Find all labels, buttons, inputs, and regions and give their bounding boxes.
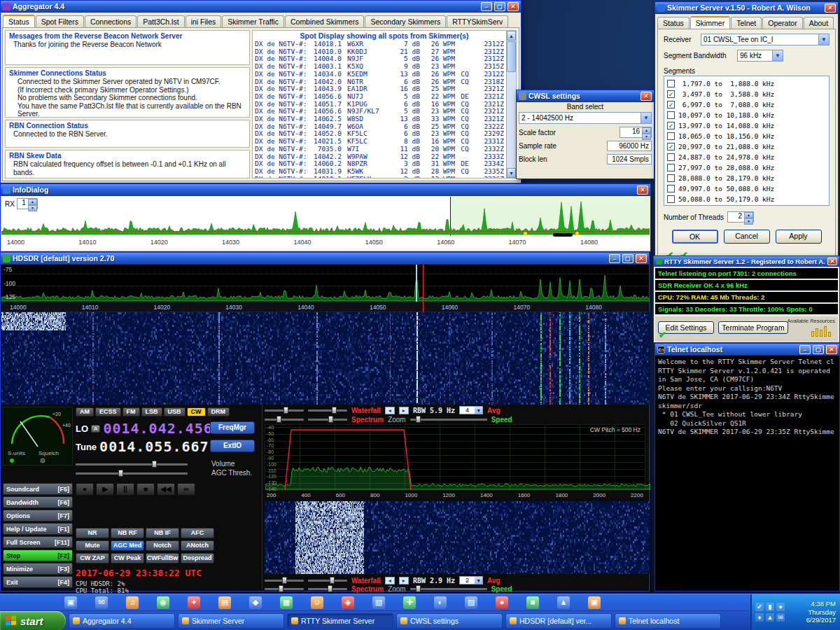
start-button[interactable]: start [0, 611, 66, 630]
audio-waterfall[interactable] [265, 501, 650, 574]
close-button[interactable]: ✕ [507, 2, 519, 11]
close-button[interactable]: ✕ [827, 258, 837, 265]
aggregator-tab[interactable]: RTTYSkimServ [447, 15, 508, 27]
dsp-button[interactable]: NR [76, 528, 109, 538]
zoom-slider[interactable] [410, 416, 487, 423]
avg-select[interactable]: 2▼ [459, 576, 483, 584]
avg-label[interactable]: Avg [487, 577, 500, 584]
aggregator-tab[interactable]: Connections [85, 15, 136, 27]
spinner-arrows-icon[interactable]: ▲▼ [28, 199, 37, 209]
tray-icon[interactable]: ♦ [755, 613, 764, 622]
mode-button[interactable]: LSB [141, 407, 162, 416]
dsp-button[interactable]: ANotch [181, 540, 214, 551]
aggregator-tab[interactable]: Combined Skimmers [285, 15, 364, 27]
dsp-button[interactable]: CW Peak [111, 553, 144, 564]
chevron-down-icon[interactable]: ▼ [772, 50, 783, 61]
segment-checkbox[interactable] [667, 80, 675, 88]
spectrum-label[interactable]: Spectrum [351, 416, 384, 424]
dsp-button[interactable]: Notch [146, 540, 179, 551]
skimmer-tab[interactable]: Skimmer [690, 16, 730, 29]
function-button[interactable]: Stop [F2] [3, 550, 73, 561]
segment-row[interactable]: 50,088.0 to 50,179.0 kHz [667, 194, 826, 204]
quicklaunch-icon[interactable]: ▧ [372, 596, 385, 609]
segment-checkbox[interactable] [667, 132, 675, 140]
edit-settings-button[interactable]: Edit Settings [658, 321, 714, 334]
scroll-down-icon[interactable]: ▼ [507, 168, 516, 178]
segment-row[interactable]: ✓ 20,997.0 to 21,088.0 kHz [667, 141, 826, 152]
segment-checkbox[interactable] [667, 111, 675, 119]
segment-row[interactable]: 49,997.0 to 50,088.0 kHz [667, 183, 826, 194]
minimize-button[interactable]: – [799, 345, 811, 354]
waterfall-label[interactable]: Waterfall [351, 407, 381, 414]
tray-icon[interactable]: ▲ [766, 613, 774, 622]
aggregator-tab[interactable]: ini Files [186, 15, 222, 27]
transport-button[interactable]: ◀◀ [157, 483, 175, 496]
quicklaunch-icon[interactable]: ▨ [465, 596, 477, 609]
transport-button[interactable]: ▶ [96, 483, 114, 496]
quicklaunch-icon[interactable]: ◈ [342, 596, 354, 609]
volume-slider[interactable] [76, 461, 188, 468]
mode-button[interactable]: FM [122, 407, 140, 416]
tray-icon[interactable]: ✉ [776, 613, 785, 622]
quicklaunch-icon[interactable]: ☺ [311, 596, 323, 609]
skimmer-tab[interactable]: Status [657, 17, 690, 29]
function-button[interactable]: Exit [F4] [3, 576, 73, 588]
segment-checkbox[interactable] [667, 174, 675, 182]
dsp-button[interactable]: AFC [181, 528, 214, 538]
quicklaunch-icon[interactable]: ■ [526, 596, 539, 609]
telnet-console[interactable]: Welcome to the RTTY Skimmer Server Telne… [656, 356, 839, 590]
aggregator-tab[interactable]: Patt3Ch.lst [137, 15, 184, 27]
lo-frequency[interactable]: 0014.042.456 [103, 420, 213, 437]
task-button[interactable]: HDSDR [default] ver... [505, 613, 612, 629]
function-button[interactable]: Help / Update [F1] [3, 523, 73, 535]
telnet-titlebar[interactable]: C:\ Telnet localhost – ▢ ✕ [655, 344, 839, 356]
transport-button[interactable]: || [116, 483, 134, 496]
mode-button[interactable]: DRM [207, 407, 230, 416]
mode-button[interactable]: ECSS [95, 407, 121, 416]
rbw-down-icon[interactable]: ◂ [385, 407, 395, 414]
skimmer-tab[interactable]: About [804, 17, 834, 29]
rbw-down-icon[interactable]: ◂ [385, 577, 395, 584]
close-button[interactable]: ✕ [636, 254, 647, 263]
segment-bandwidth-combo[interactable]: 96 kHz ▼ [737, 50, 783, 62]
task-button[interactable]: Skimmer Server [178, 613, 284, 629]
brightness-slider[interactable] [265, 407, 304, 414]
segment-row[interactable]: 27,997.0 to 28,088.0 kHz [667, 162, 826, 173]
cwsl-titlebar[interactable]: CWSL settings ✕ [517, 90, 654, 102]
dsp-button[interactable]: Despread [181, 553, 214, 564]
function-button[interactable]: Soundcard [F5] [3, 483, 73, 495]
minimize-button[interactable]: – [609, 254, 620, 263]
mode-button[interactable]: USB [164, 407, 186, 416]
quicklaunch-icon[interactable]: ● [496, 596, 508, 609]
dsp-button[interactable]: AGC Med [111, 540, 144, 551]
infodialog-titlebar[interactable]: InfoDialog ✕ [1, 184, 650, 196]
segment-row[interactable]: 18,065.0 to 18,156.0 kHz [667, 131, 826, 141]
segment-checkbox[interactable]: ✓ [667, 122, 675, 130]
aggregator-tab[interactable]: Skimmer Traffic [222, 15, 284, 27]
minimize-button[interactable]: – [481, 2, 492, 11]
spinner-arrows-icon[interactable]: ▲▼ [744, 212, 753, 222]
segment-row[interactable]: 28,088.0 to 28,179.0 kHz [667, 173, 826, 183]
quicklaunch-icon[interactable]: ▤ [218, 596, 231, 609]
aggregator-tab[interactable]: Spot Filters [36, 15, 84, 27]
quicklaunch-icon[interactable]: ▲ [557, 596, 570, 609]
task-button[interactable]: CWSL settings [396, 613, 503, 629]
close-button[interactable]: ✕ [826, 345, 837, 354]
transport-button[interactable]: ■ [136, 483, 155, 496]
quicklaunch-icon[interactable]: ▣ [64, 596, 77, 609]
cancel-button[interactable]: Cancel [724, 230, 770, 244]
scale-factor-spinner[interactable]: 16 ▲▼ [620, 127, 652, 138]
mode-button[interactable]: CW [187, 407, 206, 416]
freqmgr-button[interactable]: FreqMgr [210, 421, 255, 434]
lo-badge[interactable]: A [91, 425, 100, 433]
aggregator-titlebar[interactable]: Aggregator 4.4 – ▢ ✕ [1, 1, 521, 13]
close-button[interactable]: ✕ [825, 4, 836, 13]
maximize-button[interactable]: ▢ [813, 345, 824, 354]
segment-checkbox[interactable]: ✓ [667, 101, 675, 108]
terminate-program-button[interactable]: Terminate Program [718, 321, 788, 334]
spectrum-label[interactable]: Spectrum [351, 585, 384, 593]
hdsdr-titlebar[interactable]: HDSDR [default] version 2.70 – ▢ ✕ [1, 253, 649, 265]
scroll-thumb[interactable] [507, 41, 516, 72]
spinner-arrows-icon[interactable]: ▲▼ [642, 127, 651, 137]
receiver-combo[interactable]: 01 CWSL_Tee on IC_I ▼ [701, 34, 830, 46]
